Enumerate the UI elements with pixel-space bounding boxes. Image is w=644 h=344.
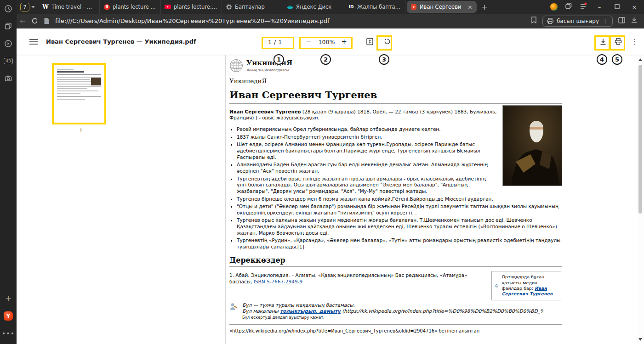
- yandex-disk-icon: [287, 4, 293, 10]
- chevron-down-icon: [31, 6, 35, 8]
- browser-assistant-icon[interactable]: [550, 3, 558, 11]
- thumbnail-page-number: 1: [52, 128, 110, 134]
- section-divider: [229, 268, 562, 268]
- tab-turgenev-pdf-active[interactable]: P Иван Сергееви ×: [407, 1, 477, 13]
- pdf-more-options-icon[interactable]: ⋮: [631, 37, 638, 46]
- reload-icon[interactable]: [28, 17, 40, 24]
- address-bar: ← file:///C:/Users/Admin/Desktop/Иван%20…: [17, 14, 644, 28]
- address-bar-right: басып шығару ⋮: [531, 16, 644, 27]
- history-icon[interactable]: [0, 0, 17, 17]
- scroll-up-arrow[interactable]: [638, 58, 642, 61]
- tab-bar-right-controls: – ×: [550, 2, 644, 11]
- stub-line-2-prefix: Бұл мақаланы: [242, 308, 280, 314]
- url-text[interactable]: file:///C:/Users/Admin/Desktop/Иван%20Се…: [55, 17, 330, 24]
- vertical-scrollbar[interactable]: [637, 55, 644, 344]
- callout-2: 2: [320, 54, 331, 65]
- stub-text-block: Бұл — тұлға туралы мақаланың бастамасы. …: [242, 302, 543, 320]
- tab-label: Яндекс Диск: [296, 4, 340, 10]
- close-tab-icon[interactable]: ×: [467, 4, 473, 11]
- bookmark-flag-icon[interactable]: [531, 17, 537, 25]
- download-icon[interactable]: [599, 38, 607, 45]
- collections-icon[interactable]: [565, 2, 572, 11]
- scroll-down-arrow[interactable]: [638, 338, 642, 341]
- browser-window: 43 + Y ••• 7 W Time travel - Wikip Я pla…: [0, 0, 644, 344]
- zoom-level[interactable]: 100%: [319, 39, 335, 45]
- stub-line-1: Бұл — тұлға туралы мақаланың бастамасы.: [242, 302, 543, 309]
- back-icon[interactable]: ←: [17, 17, 28, 25]
- pdf-toolbar: Иван Сергеевич Тургенев — Уикипедия.pdf …: [17, 28, 644, 55]
- rotate-icon[interactable]: [383, 38, 391, 45]
- pdf-page: УикипедиЯ Ашық энциклопедиясы УикипедиЯ …: [225, 55, 635, 344]
- site-name-line: УикипедиЯ: [229, 77, 562, 85]
- wikipedia-globe-icon: [229, 59, 243, 73]
- isbn-link[interactable]: ISBN 5-7667-2949-9: [254, 279, 302, 284]
- tab-groups-icon[interactable]: [0, 17, 17, 35]
- stub-notice: Бұл — тұлға туралы мақаланың бастамасы. …: [229, 302, 562, 320]
- stub-person-icon: [229, 302, 239, 310]
- media-player-icon[interactable]: [0, 35, 17, 52]
- rail-more-icon[interactable]: •••: [0, 325, 17, 342]
- add-panel-icon[interactable]: +: [0, 290, 17, 307]
- callout-4: 4: [597, 54, 607, 65]
- wikipedia-tagline: Ашық энциклопедиясы: [246, 68, 292, 73]
- scrollbar-thumb[interactable]: [638, 65, 642, 214]
- tab-label: Жалпы баптаулар: [357, 4, 401, 10]
- minimize-button[interactable]: –: [594, 4, 604, 11]
- tab-count-badge[interactable]: 43: [0, 52, 17, 70]
- close-window-button[interactable]: ×: [629, 4, 639, 11]
- list-item: Тургенев бірнеше өлеңдер мен 6 поэма жаз…: [237, 196, 562, 203]
- yandex-music-icon: Я: [103, 4, 110, 10]
- tab-yandex-disk[interactable]: Яндекс Диск: [283, 0, 344, 14]
- turgenev-portrait-image: [502, 105, 562, 186]
- wikipedia-wordmark: УикипедиЯ: [246, 59, 292, 68]
- print-button[interactable]: басып шығару ⋮: [542, 16, 613, 27]
- open-tabs-counter[interactable]: 7: [20, 3, 35, 11]
- zoom-out-button[interactable]: −: [306, 38, 312, 46]
- edit-article-url: (https://kk.wikipedia.org/w/index.php?ti…: [341, 308, 543, 314]
- side-panel-icon[interactable]: [618, 17, 625, 25]
- notifications-icon[interactable]: [580, 2, 587, 11]
- tab-general-settings[interactable]: ID Жалпы баптаулар: [344, 0, 405, 14]
- pdf-menu-icon[interactable]: [29, 39, 38, 45]
- page-indicator[interactable]: 1 / 1: [268, 28, 282, 55]
- settings-gear-icon: [226, 4, 232, 10]
- downloads-icon[interactable]: [631, 17, 638, 25]
- tab-label: Баптаулар: [235, 4, 279, 10]
- tab-count-label: 43: [4, 58, 12, 64]
- stub-line-3: Бұл ескертуді дәлдеп ауыстыру қажет.: [242, 315, 543, 320]
- side-rail-bottom: + Y •••: [0, 290, 17, 342]
- pdf-content-area: 1 УикипедиЯ Ашық энциклопедиясы Уикипеди…: [17, 55, 644, 344]
- pdf-document-title: Иван Сергеевич Тургенев — Уикипедия.pdf: [46, 38, 196, 45]
- footer-divider: [229, 324, 562, 325]
- new-tab-button[interactable]: +: [478, 3, 491, 11]
- callout-1: 1: [274, 54, 284, 65]
- page-thumbnail[interactable]: [52, 63, 106, 124]
- callout-3: 3: [379, 54, 389, 65]
- id-icon: ID: [348, 4, 354, 10]
- list-item: "Отцы и дети" ("Әкелер мен балалар") ром…: [237, 203, 562, 216]
- commons-media-box: Ортаққорда бұған қатысты медиа файлдар б…: [491, 271, 561, 300]
- tab-bar: 7 W Time travel - Wikip Я plants lecture…: [17, 0, 644, 14]
- printer-icon: [547, 18, 553, 24]
- zoom-in-button[interactable]: +: [341, 38, 347, 46]
- tab-plants-lecture-video[interactable]: plants lecture: 2 ть: [161, 0, 222, 14]
- wikipedia-icon: W: [42, 4, 49, 10]
- tab-time-travel[interactable]: W Time travel - Wikip: [39, 0, 100, 14]
- tab-label: plants lecture — Я: [113, 4, 157, 10]
- edit-article-link[interactable]: толықтырып, дамыту: [280, 308, 341, 314]
- references-heading: Дереккөздер: [229, 256, 562, 267]
- fit-to-page-icon[interactable]: [366, 38, 374, 45]
- retrieved-from-line: «https://kk.wikipedia.org/w/index.php?ti…: [229, 328, 562, 334]
- current-page[interactable]: 1: [268, 39, 272, 45]
- yandex-browser-logo[interactable]: Y: [0, 307, 17, 325]
- restore-button[interactable]: [612, 4, 622, 11]
- tab-label: Time travel - Wikip: [51, 4, 96, 10]
- article-title: Иван Сергеевич Тургенев: [229, 89, 562, 104]
- wikipedia-article: УикипедиЯ Ашық энциклопедиясы УикипедиЯ …: [226, 55, 562, 334]
- tab-plants-lecture-music[interactable]: Я plants lecture — Я: [100, 0, 161, 14]
- list-item: Тургенев орыс халқына жақын украин мәден…: [237, 217, 562, 236]
- print-options-icon[interactable]: ⋮: [602, 17, 608, 24]
- tab-settings[interactable]: Баптаулар: [222, 0, 283, 14]
- print-icon[interactable]: [615, 38, 622, 45]
- screenshot-icon[interactable]: [0, 70, 17, 87]
